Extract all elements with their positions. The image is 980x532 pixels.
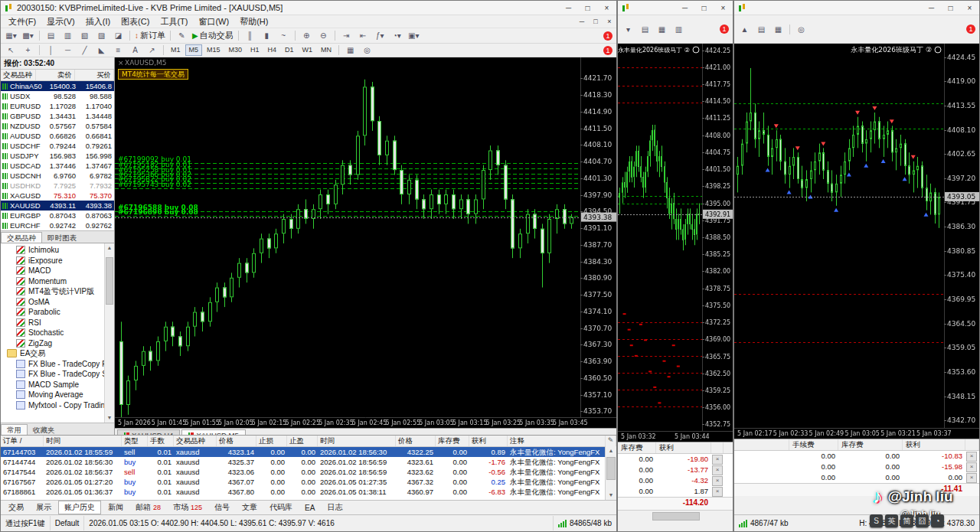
- periods-button[interactable]: ◔▾: [389, 30, 405, 41]
- maximize-button[interactable]: □: [941, 2, 960, 15]
- chart-dropdown-button[interactable]: ▾: [620, 24, 636, 35]
- terminal-tab-市场[interactable]: 市场125: [168, 501, 207, 514]
- close-position-button[interactable]: ×: [712, 487, 723, 497]
- grid-button[interactable]: ▦: [770, 24, 786, 35]
- history-column-header[interactable]: 注释: [508, 436, 606, 446]
- terminal-tab-新闻[interactable]: 新闻: [103, 501, 129, 514]
- profit-row[interactable]: 0.00-4.32×: [618, 475, 733, 486]
- profit-row[interactable]: 0.00-19.80×: [618, 454, 733, 465]
- notification-badge[interactable]: 1: [603, 31, 612, 41]
- market-watch-column-header[interactable]: 买价: [75, 70, 114, 80]
- history-column-header[interactable]: 交易品种: [174, 436, 217, 446]
- profit-column-header[interactable]: 库存费: [618, 442, 656, 453]
- terminal-tab-代码库[interactable]: 代码库: [264, 501, 298, 514]
- market-watch-toggle[interactable]: ▤: [43, 30, 59, 41]
- indicators-button[interactable]: ƒ▾: [372, 30, 388, 41]
- market-watch-row[interactable]: USDCNH6.97606.9782: [1, 171, 114, 181]
- market-watch-row[interactable]: USDCHF0.792440.79261: [1, 141, 114, 151]
- window-button[interactable]: ▤: [637, 24, 653, 35]
- market-watch-row[interactable]: EURGBP0.870430.87063: [1, 211, 114, 220]
- history-column-header[interactable]: 价格: [396, 436, 436, 446]
- profit-column-header[interactable]: 手续费: [789, 439, 838, 450]
- history-column-header[interactable]: 时间: [318, 436, 396, 446]
- titlebar[interactable]: 20030150: KVBPrimeLimited-Live - KVB Pri…: [1, 1, 616, 15]
- chart-shift-button[interactable]: ⇤: [355, 30, 371, 41]
- metaeditor-button[interactable]: ✎: [174, 30, 190, 41]
- close-position-button[interactable]: ×: [712, 455, 723, 465]
- history-row[interactable]: 671888612026.01.05 01:36:37buy0.01xauusd…: [1, 487, 616, 497]
- templates-button[interactable]: ▣▾: [406, 30, 422, 41]
- maximize-button[interactable]: □: [578, 2, 597, 15]
- market-watch-row[interactable]: EURCHF0.927420.92762: [1, 220, 114, 230]
- new-order-button[interactable]: ↕新订单: [133, 30, 167, 41]
- close-position-button[interactable]: ×: [966, 473, 977, 483]
- navigator-ea-item[interactable]: MACD Sample: [1, 380, 114, 390]
- ime-button[interactable]: ◔: [931, 514, 944, 527]
- terminal-tab-邮箱[interactable]: 邮箱28: [130, 501, 166, 514]
- terminal-tab-账户历史[interactable]: 账户历史: [58, 501, 101, 514]
- navigator-ea-folder[interactable]: EA交易: [1, 348, 114, 359]
- terminal-tab-信号[interactable]: 信号: [209, 501, 235, 514]
- market-watch-row[interactable]: ChinaA5015400.315406.8: [1, 81, 114, 91]
- menu-item[interactable]: 图表(C): [116, 16, 155, 28]
- navigator-indicator-item[interactable]: iExposure: [1, 256, 114, 266]
- new-chart-button[interactable]: ▦▾: [3, 30, 19, 41]
- market-watch-column-header[interactable]: 卖价: [36, 70, 75, 80]
- bar-chart-button[interactable]: ║: [242, 30, 258, 41]
- terminal-scrollbar[interactable]: ▲ ▼: [605, 446, 616, 500]
- terminal-tab-交易[interactable]: 交易: [3, 501, 29, 514]
- history-column-header[interactable]: 止损: [256, 436, 287, 446]
- market-watch-row[interactable]: USDX98.52898.588: [1, 91, 114, 101]
- market-watch-column-header[interactable]: 交易品种: [1, 70, 36, 80]
- close-button[interactable]: ×: [960, 2, 979, 15]
- market-watch-row[interactable]: XAUUSD4393.114393.38: [1, 201, 114, 211]
- trendline-tool[interactable]: ╱: [77, 44, 93, 56]
- history-column-header[interactable]: 时间: [44, 436, 122, 446]
- line-chart-button[interactable]: ~: [276, 30, 292, 41]
- navigator-indicator-item[interactable]: Momentum: [1, 276, 114, 287]
- profit-row[interactable]: 0.000.00-10.83×: [734, 451, 979, 462]
- terminal-tab-展示[interactable]: 展示: [31, 501, 57, 514]
- notification-badge[interactable]: 1: [603, 46, 612, 55]
- grid-button[interactable]: ▦: [654, 24, 670, 35]
- zoom-out-button[interactable]: ⊖: [315, 30, 332, 41]
- titlebar[interactable]: ─ □ ×: [618, 1, 733, 15]
- strategy-tester-button[interactable]: ◪: [110, 30, 126, 41]
- market-watch-row[interactable]: USDCAD1.374461.37467: [1, 161, 114, 171]
- profit-row[interactable]: 0.000.000.00×: [734, 472, 979, 483]
- scrollbar-thumb[interactable]: [652, 512, 700, 521]
- minimize-button[interactable]: ─: [922, 2, 941, 15]
- menu-item[interactable]: 文件(F): [3, 16, 41, 28]
- horizontal-scrollbar[interactable]: [618, 510, 733, 521]
- profit-row[interactable]: 0.00-13.77×: [618, 465, 733, 475]
- profit-column-header[interactable]: 获利: [903, 439, 965, 450]
- profit-row[interactable]: 0.000.00-15.98×: [734, 462, 979, 472]
- history-column-header[interactable]: 手数: [148, 436, 174, 446]
- zoom-in-button[interactable]: ⊕: [299, 30, 315, 41]
- timeframe-w1-button[interactable]: W1: [299, 44, 317, 56]
- history-column-header[interactable]: 库存费: [436, 436, 469, 446]
- notification-badge[interactable]: 1: [720, 24, 729, 34]
- timeframe-mn-button[interactable]: MN: [317, 44, 335, 56]
- navigator-toggle[interactable]: ▧: [77, 30, 93, 41]
- scroll-up-arrow[interactable]: ▲: [105, 243, 114, 253]
- market-watch-row[interactable]: GBPUSD1.344311.34448: [1, 111, 114, 121]
- hline-tool[interactable]: ─: [60, 44, 76, 56]
- window-button[interactable]: ▤: [753, 24, 769, 35]
- profile-selector[interactable]: Default: [51, 516, 85, 530]
- edit-columns-icon[interactable]: ✎: [606, 436, 616, 446]
- history-row[interactable]: 671447032026.01.02 18:55:59sell0.01xauus…: [1, 447, 616, 457]
- ime-button[interactable]: 囧: [916, 514, 929, 527]
- fibonacci-tool[interactable]: ≡: [110, 44, 126, 56]
- search-button[interactable]: ◎: [359, 44, 375, 56]
- titlebar[interactable]: ─ □ ×: [734, 1, 979, 15]
- history-column-header[interactable]: 订单 /: [1, 436, 44, 446]
- navigator-tab[interactable]: 常用: [1, 424, 28, 435]
- minimize-button[interactable]: ─: [675, 2, 694, 15]
- terminal-tab-日志[interactable]: 日志: [322, 501, 348, 514]
- close-position-button[interactable]: ×: [966, 452, 977, 462]
- notification-badge[interactable]: 1: [966, 24, 975, 34]
- navigator-indicator-item[interactable]: RSI: [1, 318, 114, 328]
- ime-button[interactable]: 英: [885, 514, 898, 527]
- data-window-toggle[interactable]: ▥: [60, 30, 76, 41]
